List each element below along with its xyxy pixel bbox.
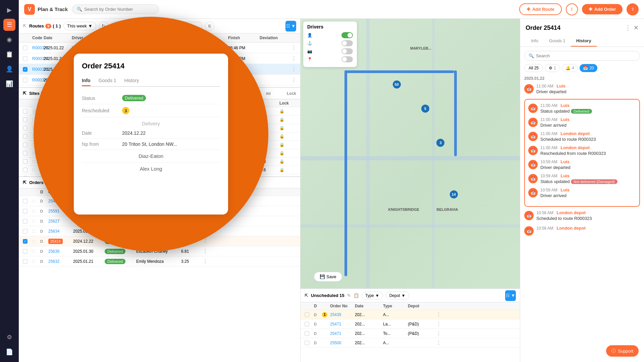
row-more-button[interactable]: ⋮ [291, 77, 300, 83]
refresh-button[interactable]: ↻ [99, 21, 108, 31]
drag-handle[interactable]: ∷ [32, 134, 40, 139]
unsched-more-button[interactable]: ⋮ [436, 330, 446, 337]
sidebar-item-analytics[interactable]: 📊 [3, 78, 15, 90]
history-search-box[interactable]: 🔍 [524, 51, 640, 61]
order-checkbox[interactable] [23, 219, 28, 224]
tab-goods[interactable]: Goods 1 [544, 36, 571, 47]
routes-filter-input[interactable] [147, 23, 198, 28]
site-checkbox[interactable] [23, 109, 28, 114]
drag-handle[interactable]: ∷ [32, 159, 40, 164]
depot-filter-button[interactable]: Depot ▼ [386, 292, 409, 300]
copy-icon-2[interactable]: 📋 [354, 293, 359, 298]
copy-icon[interactable]: 📋 [63, 180, 68, 185]
sidebar-item-docs[interactable]: 📄 [3, 346, 15, 358]
drag-handle[interactable]: ∷ [32, 150, 40, 156]
drag-handle[interactable]: ∷ [32, 142, 40, 147]
sidebar-item-settings[interactable]: ⚙ [3, 331, 15, 343]
drag-handle[interactable]: ∷ [32, 208, 39, 214]
period-filter-button[interactable]: This week ▼ [63, 22, 96, 30]
tab-history[interactable]: History [571, 36, 597, 47]
optimize-btn[interactable]: 📈 Optimiz... [51, 91, 75, 96]
sidebar-item-routes[interactable]: ☰ [3, 19, 15, 31]
order-checkbox[interactable]: ✓ [23, 239, 28, 244]
row-more-button[interactable]: ⋮ [291, 45, 300, 51]
site-checkbox[interactable] [23, 117, 28, 122]
table-row[interactable]: ✓ R000323 2025.01.22 UK JH9LK (Luis) 12:… [19, 64, 300, 75]
unsched-more-button[interactable]: ⋮ [436, 311, 446, 318]
order-row[interactable]: ∷ D 25636 2025.01.30 Delivered Elizabeth… [19, 246, 300, 256]
site-checkbox[interactable] [23, 142, 28, 147]
row-checkbox[interactable] [23, 56, 28, 61]
panel-more-icon[interactable]: ⋮ [625, 24, 631, 32]
bell-button[interactable]: 🔔 ▼ [123, 21, 132, 31]
edit-icon[interactable]: ✎ [347, 293, 351, 298]
order-row[interactable]: ∷ D 25627 Ronald Reynolds 4.76 ⋮ [19, 216, 300, 226]
unscheduled-row[interactable]: D 25471 202... La... (P&D) ⋮ [301, 319, 520, 329]
panel-close-icon[interactable]: ✕ [634, 24, 639, 32]
order-checkbox[interactable] [23, 199, 28, 203]
row-more-button[interactable]: ⋮ [291, 66, 300, 72]
unsched-more-button[interactable]: ⋮ [436, 340, 446, 346]
order-search-input[interactable] [84, 7, 154, 12]
sidebar-item-users[interactable]: 👤 [3, 63, 15, 75]
filter-all-button[interactable]: All 25 [524, 64, 543, 72]
row-checkbox[interactable]: ✓ [23, 67, 28, 72]
drag-handle[interactable]: ∷ [32, 219, 39, 224]
table-row[interactable]: R000322 2025.01.22 XZ76 6T... 02:09 AM ⋮ [19, 75, 300, 85]
order-checkbox[interactable] [23, 209, 28, 214]
order-row[interactable]: ∷ D 25591 0.94 ⋮ [19, 206, 300, 216]
delete-button[interactable]: 🗑 [111, 21, 120, 31]
history-search-input[interactable] [536, 53, 636, 58]
drag-handle[interactable]: ∷ [32, 249, 39, 254]
row-more-button[interactable]: ⋮ [291, 55, 300, 62]
unscheduled-view-button[interactable]: ☷ ▼ [505, 290, 516, 301]
drag-handle[interactable]: ∷ [32, 167, 40, 173]
unsched-checkbox[interactable] [305, 341, 309, 345]
table-row[interactable]: R000324 2025.01.22 UK RT7FG (Christian) … [19, 53, 300, 64]
site-checkbox[interactable] [23, 168, 28, 172]
site-checkbox[interactable] [23, 126, 28, 130]
save-map-button[interactable]: 💾 Save [314, 272, 342, 282]
add-route-button[interactable]: ✚ Add Route [519, 3, 562, 15]
order-more-button[interactable]: ⋮ [203, 238, 213, 244]
sidebar-expand-btn[interactable]: ▶ [3, 4, 15, 16]
order-search-box[interactable]: 🔍 [72, 4, 159, 14]
site-checkbox[interactable] [23, 159, 28, 164]
order-row[interactable]: ∷ D 25424 ⋮ [19, 196, 300, 206]
unscheduled-row[interactable]: D 25500 202... A... ⋮ [301, 338, 520, 348]
unsched-checkbox[interactable] [305, 322, 309, 326]
toggle-switch-2[interactable] [341, 40, 353, 46]
sidebar-item-orders[interactable]: 📋 [3, 48, 15, 60]
drag-handle[interactable]: ∷ [32, 117, 40, 122]
site-checkbox[interactable] [23, 151, 28, 156]
filter-date-button[interactable]: 📅 20 [580, 64, 597, 72]
unsched-checkbox[interactable] [305, 312, 309, 317]
drag-handle[interactable]: ∷ [32, 259, 39, 264]
toggle-switch-4[interactable] [341, 56, 353, 62]
type-filter-button[interactable]: Type ▼ [362, 292, 383, 300]
unsched-more-button[interactable]: ⋮ [436, 321, 446, 327]
order-checkbox[interactable] [23, 259, 28, 264]
filter-gear-button[interactable]: ⚙ 1 [545, 64, 560, 72]
drag-handle[interactable]: ∷ [32, 125, 40, 131]
table-row[interactable]: R000325 2025.01.22 XZ76 6TT (Arthur) 39.… [19, 43, 300, 53]
row-check[interactable] [23, 109, 31, 114]
order-checkbox[interactable] [23, 249, 28, 254]
order-row[interactable]: ✓ ∷ D 25414 2024.12.22 Delivered Alex Lo… [19, 236, 300, 246]
upload-route-button[interactable]: ⇧ [566, 3, 578, 15]
order-row[interactable]: ∷ D 25634 2025.01.25 Delivered Wendy Smi… [19, 226, 300, 236]
filter-icon-button[interactable]: ⎗ [205, 21, 214, 31]
order-more-button[interactable]: ⋮ [203, 258, 213, 264]
order-more-button[interactable]: ⋮ [203, 198, 213, 204]
upload-order-button[interactable]: ⇧ [627, 3, 639, 15]
order-more-button[interactable]: ⋮ [203, 248, 213, 254]
order-more-button[interactable]: ⋮ [203, 208, 213, 214]
filter-bell-button[interactable]: 🔔 4 [562, 64, 578, 72]
order-row[interactable]: ∷ D 25632 2025.01.21 Delivered Emily Men… [19, 256, 300, 266]
toggle-switch-3[interactable] [341, 48, 353, 54]
site-checkbox[interactable] [23, 134, 28, 139]
drag-handle[interactable]: ∷ [32, 229, 39, 234]
unscheduled-row[interactable]: D 1 25435 202... A... ⋮ [301, 310, 520, 319]
routes-filter-search[interactable]: 🔍 [135, 22, 202, 30]
order-more-button[interactable]: ⋮ [203, 218, 213, 224]
